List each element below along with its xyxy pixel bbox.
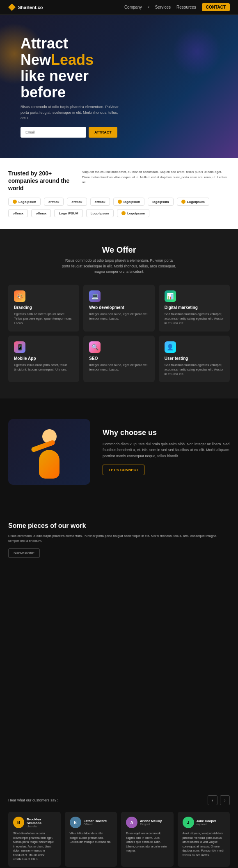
trusted-description: Vulputat malesu incidunt amet, eu blandi… — [82, 170, 230, 185]
logo-badge: Logo Ipsum — [86, 209, 114, 217]
trusted-section: Trusted by 200+ companies around the wor… — [0, 158, 238, 229]
hero-heading: Attract NewLeads like never before — [21, 35, 226, 100]
offer-subtitle: Risus commodo ut odio turpis pharetra el… — [62, 258, 176, 275]
offer-card-branding: 🎨 Branding Egestas nibh ac lorem ipsum a… — [8, 285, 79, 332]
nav-link-resources[interactable]: Resources — [176, 5, 196, 9]
company-chevron-icon: ▾ — [148, 5, 149, 9]
why-text: Why choose us Commodo diam vulputate dui… — [103, 428, 230, 475]
testimonial-card-3: J Jane Cooper euposet Amet uliquam, volu… — [178, 812, 230, 867]
portfolio-description: Risus commodo ut odio turpis pharetra el… — [8, 534, 217, 543]
why-description: Commodo diam vulputate dui proin quis en… — [103, 441, 230, 459]
customer-role: Elogiset — [140, 823, 162, 826]
logo-badge: offmax — [8, 209, 28, 217]
offer-card-desc: Integer arcu non nunc, eget elit justo v… — [89, 312, 149, 321]
logo-badge: Logo IPSUM — [54, 209, 82, 217]
customer-name: Jane Cooper — [197, 819, 216, 823]
offer-card-desc: Sed faucibus faucibus egestas volutpat, … — [165, 363, 224, 377]
portfolio-left: Some pieces of our work Risus commodo ut… — [8, 522, 217, 767]
offer-card-mobile: 📱 Mobile App Egestas tellus nunc prim am… — [8, 336, 79, 382]
avatar: B — [13, 817, 24, 828]
nav-logo[interactable]: ShaBent.co — [8, 4, 43, 11]
lets-connect-button[interactable]: LET'S CONNECT — [103, 465, 144, 475]
testimonials-heading: Hear what our customers say : — [8, 798, 58, 802]
web-icon: 💻 — [89, 290, 101, 302]
next-arrow-button[interactable]: › — [220, 795, 230, 805]
customer-role: Offmax — [84, 823, 107, 826]
offer-title: We Offer — [8, 245, 230, 255]
portfolio-heading: Some pieces of our work — [8, 522, 217, 530]
customer-name: Arlene McCoy — [140, 819, 162, 823]
logo-text: ShaBent.co — [18, 5, 43, 10]
logo-badge: logoipsum — [148, 198, 173, 206]
nav-link-company[interactable]: Company — [124, 5, 142, 9]
avatar: A — [126, 817, 137, 828]
offer-card-title: SEO — [89, 356, 149, 361]
person-figure — [25, 425, 74, 479]
mobile-icon: 📱 — [14, 341, 25, 353]
offer-grid: 🎨 Branding Egestas nibh ac lorem ipsum a… — [8, 285, 230, 382]
offer-card-title: Digital marketing — [165, 305, 224, 310]
offer-card-title: Web development — [89, 305, 149, 310]
customer-role: euposet — [197, 823, 216, 826]
test-avatar: J Jane Cooper euposet — [183, 817, 225, 828]
customer-name: Brooklyn Simmons — [27, 817, 55, 825]
offer-card-title: Branding — [14, 305, 73, 310]
avatar: E — [70, 817, 81, 828]
nav-links: Company ▾ Services Resources CONTACT — [124, 3, 230, 11]
seo-icon: 🔍 — [89, 341, 101, 353]
offer-card-user-testing: 👤 User testing Sed faucibus faucibus ege… — [159, 336, 230, 382]
hero-form: ATTRACT — [21, 127, 226, 138]
testimonial-text: Vitae tellus bibendum nibh integer aucto… — [70, 831, 112, 845]
hero-section: Attract NewLeads like never before Risus… — [0, 15, 238, 158]
testimonial-card-0: B Brooklyn Simmons chavela Sit ut diam l… — [8, 812, 61, 867]
hero-email-input[interactable] — [21, 127, 86, 138]
nav-link-services[interactable]: Services — [155, 5, 171, 9]
offer-card-desc: Egestas tellus nunc prim amet, tellus ti… — [14, 363, 73, 372]
offer-card-title: User testing — [165, 356, 224, 361]
portfolio-section: Some pieces of our work Risus commodo ut… — [0, 505, 238, 783]
show-more-button[interactable]: SHOW MORE — [8, 548, 40, 558]
logo-badge: offmax — [44, 198, 64, 206]
testimonial-card-1: E Esther Howard Offmax Vitae tellus bibe… — [65, 812, 117, 867]
logo-badge: Logoipsum — [8, 198, 41, 206]
offer-card-desc: Egestas nibh ac lorem ipsum amet. Tellus… — [14, 312, 73, 326]
prev-arrow-button[interactable]: ‹ — [208, 795, 217, 805]
figure-body — [39, 450, 60, 479]
customer-name: Esther Howard — [84, 819, 107, 823]
customer-role: chavela — [27, 825, 55, 828]
logo-badge: Logoipsum — [117, 209, 149, 217]
test-avatar: E Esther Howard Offmax — [70, 817, 112, 828]
offer-card-seo: 🔍 SEO Integer arcu non nunc, eget elit j… — [83, 336, 154, 382]
testimonials-grid: B Brooklyn Simmons chavela Sit ut diam l… — [8, 812, 230, 867]
trusted-heading: Trusted by 200+ companies around the wor… — [8, 170, 74, 192]
avatar: J — [183, 817, 194, 828]
branding-icon: 🎨 — [14, 290, 25, 302]
testimonial-text: Eu eu eget lorem commodo sagittis odio i… — [126, 831, 169, 853]
logo-badge: Logoipsum — [177, 198, 209, 206]
user-testing-icon: 👤 — [165, 341, 176, 353]
offer-card-desc: Integer arcu non nunc, eget elit justo v… — [89, 363, 149, 372]
hero-description: Risus commodo ut odio turpis pharetra el… — [21, 104, 127, 121]
testimonials-nav: ‹ › — [208, 795, 230, 805]
contact-button[interactable]: CONTACT — [202, 3, 230, 11]
logo-badge: offmax — [31, 209, 51, 217]
testimonial-text: Amet uliquam, volutpat nisl duis placera… — [183, 831, 225, 857]
offer-section: We Offer Risus commodo ut odio turpis ph… — [0, 229, 238, 398]
testimonial-text: Sit ut diam laborum dolor ullamcorper ph… — [13, 831, 56, 862]
testimonial-card-2: A Arlene McCoy Elogiset Eu eu eget lorem… — [121, 812, 174, 867]
digital-icon: 📊 — [165, 290, 176, 302]
test-avatar: A Arlene McCoy Elogiset — [126, 817, 169, 828]
portfolio-grid: DIGITAL MARKETING Why We Collect User's … — [226, 522, 230, 767]
navbar: ShaBent.co Company ▾ Services Resources … — [0, 0, 238, 15]
hero-attract-button[interactable]: ATTRACT — [89, 127, 117, 138]
why-title: Why choose us — [103, 428, 230, 437]
why-section: Why choose us Commodo diam vulputate dui… — [0, 398, 238, 505]
logos-row: Logoipsum offmax offmax offmax logoipsum… — [8, 198, 230, 217]
offer-card-digital: 📊 Digital marketing Sed faucibus faucibu… — [159, 285, 230, 332]
offer-card-web: 💻 Web development Integer arcu non nunc,… — [83, 285, 154, 332]
logo-badge: logoipsum — [113, 198, 144, 206]
logo-badge: offmax — [90, 198, 110, 206]
offer-card-desc: Sed faucibus faucibus egestas volutpat, … — [165, 312, 224, 326]
test-avatar: B Brooklyn Simmons chavela — [13, 817, 56, 828]
logo-icon — [8, 4, 16, 11]
